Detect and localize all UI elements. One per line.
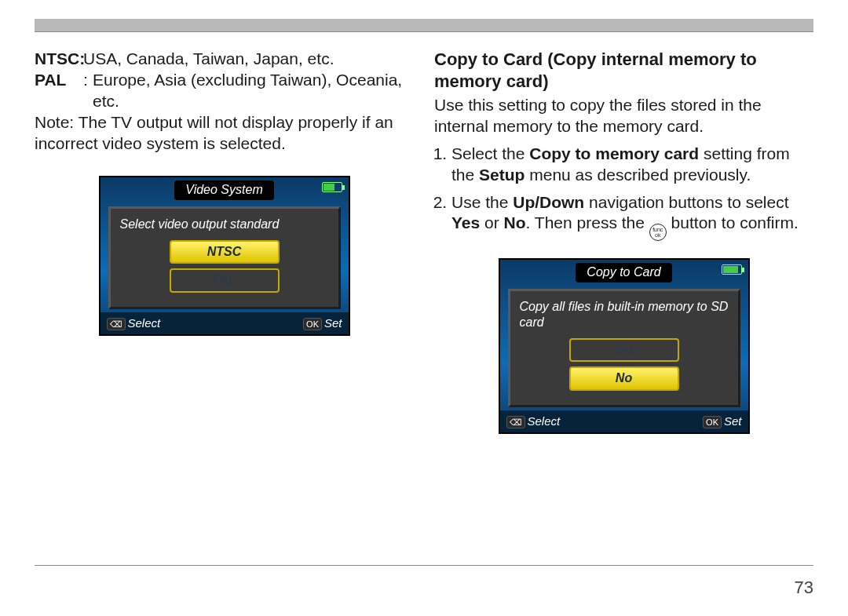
ok-key-icon: OK <box>703 416 722 428</box>
ntsc-regions: USA, Canada, Taiwan, Japan, etc. <box>83 49 414 70</box>
lcd-title: Video System <box>174 180 273 199</box>
ntsc-row: NTSC: USA, Canada, Taiwan, Japan, etc. <box>35 49 414 70</box>
option-pal: PAL <box>170 268 280 292</box>
footer-set: OKSet <box>703 414 741 428</box>
footer-select: ⌫Select <box>506 414 561 428</box>
footer-select: ⌫Select <box>107 315 161 330</box>
battery-icon <box>322 182 342 192</box>
back-key-icon: ⌫ <box>107 318 126 330</box>
copy-to-card-heading: Copy to Card (Copy internal memory to me… <box>434 49 813 92</box>
option-ntsc: NTSC <box>170 240 280 264</box>
lcd2-message: Copy all files in built-in memory to SD … <box>520 299 729 330</box>
ntsc-label: NTSC: <box>35 49 83 70</box>
option-yes: Yes <box>569 338 679 362</box>
back-key-icon: ⌫ <box>506 416 525 428</box>
video-system-screenshot: Video System Select video output standar… <box>99 176 350 336</box>
header-rule <box>35 19 813 31</box>
pal-label: PAL <box>35 70 83 112</box>
func-ok-icon: funcok <box>649 224 667 241</box>
step-1: Select the Copy to memory card setting f… <box>451 144 813 186</box>
option-no: No <box>569 366 679 390</box>
page-number: 73 <box>795 578 813 598</box>
ok-key-icon: OK <box>303 318 322 330</box>
right-column: Copy to Card (Copy internal memory to me… <box>434 49 813 434</box>
copy-to-card-intro: Use this setting to copy the files store… <box>434 95 813 137</box>
lcd-message: Select video output standard <box>120 217 329 232</box>
footer-set: OKSet <box>303 315 342 330</box>
battery-icon <box>722 264 742 275</box>
pal-colon: : <box>83 70 93 112</box>
left-column: NTSC: USA, Canada, Taiwan, Japan, etc. P… <box>35 49 414 434</box>
pal-row: PAL : Europe, Asia (excluding Taiwan), O… <box>35 70 414 112</box>
copy-to-card-screenshot: Copy to Card Copy all files in built-in … <box>499 258 750 434</box>
step-2: Use the Up/Down navigation buttons to se… <box>451 192 813 242</box>
footer-rule <box>35 565 813 566</box>
pal-regions: Europe, Asia (excluding Taiwan), Oceania… <box>93 70 414 112</box>
lcd2-title: Copy to Card <box>576 263 671 282</box>
tv-output-note: Note: The TV output will not display pro… <box>35 112 414 155</box>
